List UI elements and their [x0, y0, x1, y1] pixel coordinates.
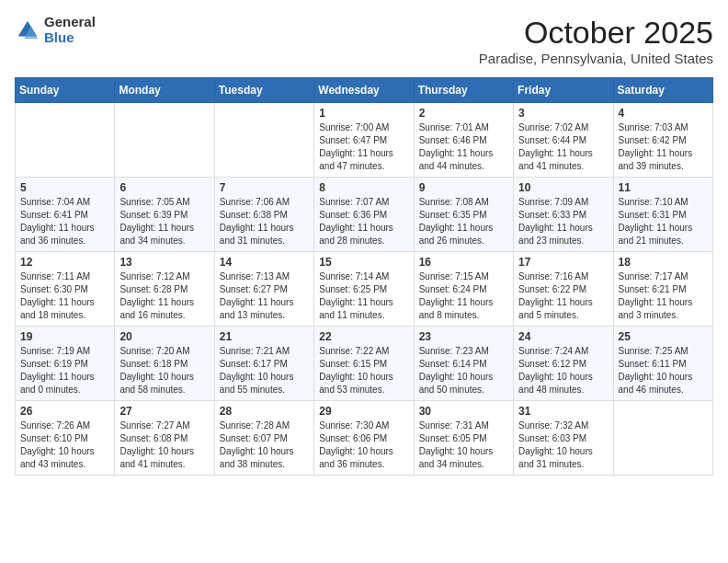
day-number: 8 [319, 181, 408, 194]
day-number: 25 [619, 330, 708, 343]
day-number: 13 [119, 256, 209, 269]
day-number: 20 [119, 330, 209, 343]
calendar-cell [214, 103, 313, 178]
day-number: 29 [319, 405, 408, 418]
day-info: Sunrise: 7:10 AM Sunset: 6:31 PM Dayligh… [619, 196, 708, 247]
calendar-header-wednesday: Wednesday [314, 78, 414, 103]
calendar-cell: 8Sunrise: 7:07 AM Sunset: 6:36 PM Daylig… [314, 178, 414, 252]
day-number: 16 [419, 256, 508, 269]
calendar-header-tuesday: Tuesday [214, 78, 313, 103]
day-number: 19 [20, 330, 109, 343]
day-number: 1 [319, 107, 408, 120]
calendar-cell [613, 401, 712, 476]
calendar-cell: 24Sunrise: 7:24 AM Sunset: 6:12 PM Dayli… [514, 327, 613, 401]
day-info: Sunrise: 7:26 AM Sunset: 6:10 PM Dayligh… [20, 419, 109, 471]
day-info: Sunrise: 7:00 AM Sunset: 6:47 PM Dayligh… [319, 121, 408, 173]
day-info: Sunrise: 7:25 AM Sunset: 6:11 PM Dayligh… [619, 345, 708, 396]
calendar-header-saturday: Saturday [613, 78, 712, 103]
calendar-header-friday: Friday [514, 78, 613, 103]
calendar-cell [16, 103, 115, 178]
calendar-week-row: 1Sunrise: 7:00 AM Sunset: 6:47 PM Daylig… [16, 103, 713, 178]
day-info: Sunrise: 7:07 AM Sunset: 6:36 PM Dayligh… [319, 196, 408, 247]
day-info: Sunrise: 7:31 AM Sunset: 6:05 PM Dayligh… [419, 419, 508, 471]
page-header: General Blue October 2025 Paradise, Penn… [15, 15, 713, 66]
calendar-cell: 21Sunrise: 7:21 AM Sunset: 6:17 PM Dayli… [214, 327, 313, 401]
day-number: 23 [419, 330, 508, 343]
day-number: 14 [220, 256, 309, 269]
day-number: 10 [518, 181, 608, 194]
calendar-cell: 30Sunrise: 7:31 AM Sunset: 6:05 PM Dayli… [414, 401, 513, 476]
day-number: 7 [220, 181, 309, 194]
calendar-week-row: 26Sunrise: 7:26 AM Sunset: 6:10 PM Dayli… [16, 401, 713, 476]
calendar-cell: 25Sunrise: 7:25 AM Sunset: 6:11 PM Dayli… [613, 327, 712, 401]
calendar-week-row: 5Sunrise: 7:04 AM Sunset: 6:41 PM Daylig… [16, 178, 713, 252]
day-info: Sunrise: 7:09 AM Sunset: 6:33 PM Dayligh… [518, 196, 608, 247]
calendar-cell: 31Sunrise: 7:32 AM Sunset: 6:03 PM Dayli… [514, 401, 613, 476]
day-info: Sunrise: 7:11 AM Sunset: 6:30 PM Dayligh… [20, 270, 109, 322]
day-info: Sunrise: 7:23 AM Sunset: 6:14 PM Dayligh… [419, 345, 508, 396]
calendar-header-monday: Monday [115, 78, 214, 103]
day-info: Sunrise: 7:20 AM Sunset: 6:18 PM Dayligh… [119, 345, 209, 396]
day-number: 12 [20, 256, 109, 269]
day-info: Sunrise: 7:17 AM Sunset: 6:21 PM Dayligh… [619, 270, 708, 322]
logo: General Blue [15, 15, 96, 45]
calendar-cell: 16Sunrise: 7:15 AM Sunset: 6:24 PM Dayli… [414, 252, 513, 327]
day-info: Sunrise: 7:12 AM Sunset: 6:28 PM Dayligh… [119, 270, 209, 322]
day-number: 11 [619, 181, 708, 194]
calendar-header-row: SundayMondayTuesdayWednesdayThursdayFrid… [16, 78, 713, 103]
day-number: 17 [518, 256, 608, 269]
day-number: 27 [119, 405, 209, 418]
logo-blue-text: Blue [44, 30, 96, 46]
calendar-header-sunday: Sunday [16, 78, 115, 103]
calendar-table: SundayMondayTuesdayWednesdayThursdayFrid… [15, 77, 713, 476]
day-info: Sunrise: 7:21 AM Sunset: 6:17 PM Dayligh… [220, 345, 309, 396]
day-info: Sunrise: 7:03 AM Sunset: 6:42 PM Dayligh… [619, 121, 708, 173]
day-number: 24 [518, 330, 608, 343]
day-info: Sunrise: 7:16 AM Sunset: 6:22 PM Dayligh… [518, 270, 608, 322]
day-info: Sunrise: 7:27 AM Sunset: 6:08 PM Dayligh… [119, 419, 209, 471]
day-info: Sunrise: 7:24 AM Sunset: 6:12 PM Dayligh… [518, 345, 608, 396]
calendar-cell: 18Sunrise: 7:17 AM Sunset: 6:21 PM Dayli… [613, 252, 712, 327]
day-info: Sunrise: 7:19 AM Sunset: 6:19 PM Dayligh… [20, 345, 109, 396]
calendar-cell: 4Sunrise: 7:03 AM Sunset: 6:42 PM Daylig… [613, 103, 712, 178]
day-number: 9 [419, 181, 508, 194]
calendar-cell: 11Sunrise: 7:10 AM Sunset: 6:31 PM Dayli… [613, 178, 712, 252]
day-number: 18 [619, 256, 708, 269]
calendar-cell: 27Sunrise: 7:27 AM Sunset: 6:08 PM Dayli… [115, 401, 214, 476]
calendar-cell: 9Sunrise: 7:08 AM Sunset: 6:35 PM Daylig… [414, 178, 513, 252]
calendar-cell: 29Sunrise: 7:30 AM Sunset: 6:06 PM Dayli… [314, 401, 414, 476]
day-number: 4 [619, 107, 708, 120]
location-text: Paradise, Pennsylvania, United States [479, 51, 713, 66]
day-number: 26 [20, 405, 109, 418]
calendar-cell: 20Sunrise: 7:20 AM Sunset: 6:18 PM Dayli… [115, 327, 214, 401]
day-info: Sunrise: 7:04 AM Sunset: 6:41 PM Dayligh… [20, 196, 109, 247]
logo-icon [15, 17, 40, 43]
calendar-cell: 10Sunrise: 7:09 AM Sunset: 6:33 PM Dayli… [514, 178, 613, 252]
day-info: Sunrise: 7:22 AM Sunset: 6:15 PM Dayligh… [319, 345, 408, 396]
day-info: Sunrise: 7:15 AM Sunset: 6:24 PM Dayligh… [419, 270, 508, 322]
day-info: Sunrise: 7:06 AM Sunset: 6:38 PM Dayligh… [220, 196, 309, 247]
calendar-cell: 28Sunrise: 7:28 AM Sunset: 6:07 PM Dayli… [214, 401, 313, 476]
day-number: 6 [119, 181, 209, 194]
calendar-cell: 2Sunrise: 7:01 AM Sunset: 6:46 PM Daylig… [414, 103, 513, 178]
calendar-cell: 6Sunrise: 7:05 AM Sunset: 6:39 PM Daylig… [115, 178, 214, 252]
month-title: October 2025 [479, 15, 713, 51]
calendar-cell: 22Sunrise: 7:22 AM Sunset: 6:15 PM Dayli… [314, 327, 414, 401]
day-info: Sunrise: 7:08 AM Sunset: 6:35 PM Dayligh… [419, 196, 508, 247]
day-info: Sunrise: 7:32 AM Sunset: 6:03 PM Dayligh… [518, 419, 608, 471]
calendar-cell: 1Sunrise: 7:00 AM Sunset: 6:47 PM Daylig… [314, 103, 414, 178]
calendar-cell: 13Sunrise: 7:12 AM Sunset: 6:28 PM Dayli… [115, 252, 214, 327]
title-block: October 2025 Paradise, Pennsylvania, Uni… [479, 15, 713, 66]
calendar-cell: 14Sunrise: 7:13 AM Sunset: 6:27 PM Dayli… [214, 252, 313, 327]
calendar-cell: 3Sunrise: 7:02 AM Sunset: 6:44 PM Daylig… [514, 103, 613, 178]
calendar-cell: 12Sunrise: 7:11 AM Sunset: 6:30 PM Dayli… [16, 252, 115, 327]
calendar-cell [115, 103, 214, 178]
calendar-cell: 23Sunrise: 7:23 AM Sunset: 6:14 PM Dayli… [414, 327, 513, 401]
day-info: Sunrise: 7:01 AM Sunset: 6:46 PM Dayligh… [419, 121, 508, 173]
day-number: 2 [419, 107, 508, 120]
day-number: 3 [518, 107, 608, 120]
day-info: Sunrise: 7:28 AM Sunset: 6:07 PM Dayligh… [220, 419, 309, 471]
calendar-cell: 17Sunrise: 7:16 AM Sunset: 6:22 PM Dayli… [514, 252, 613, 327]
calendar-cell: 26Sunrise: 7:26 AM Sunset: 6:10 PM Dayli… [16, 401, 115, 476]
calendar-cell: 15Sunrise: 7:14 AM Sunset: 6:25 PM Dayli… [314, 252, 414, 327]
